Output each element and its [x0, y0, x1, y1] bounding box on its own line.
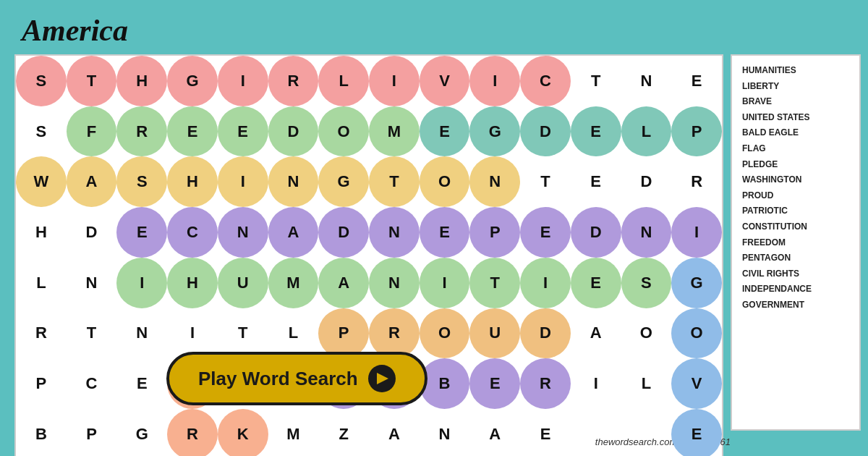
cell-2-8: O	[420, 156, 470, 207]
cell-3-6: D	[318, 207, 369, 258]
cell-6-1: C	[67, 358, 117, 409]
cell-7-11	[571, 409, 621, 456]
cell-1-4: E	[218, 106, 268, 157]
cell-0-8: V	[420, 56, 470, 106]
cell-3-7: N	[369, 207, 420, 258]
cell-5-1: T	[67, 308, 117, 359]
cell-4-9: T	[469, 258, 520, 308]
cell-0-3: G	[167, 56, 218, 106]
cell-6-11: I	[571, 358, 621, 409]
cell-0-6: L	[318, 56, 369, 106]
cell-5-3: I	[167, 308, 218, 359]
cell-1-12: L	[621, 106, 672, 157]
cell-7-2: G	[116, 409, 167, 456]
cell-5-10: D	[520, 308, 571, 359]
cell-4-13: G	[671, 258, 722, 308]
cell-0-5: R	[268, 56, 319, 106]
cell-7-4: K	[218, 409, 268, 456]
word-freedom: FREEDOM	[742, 235, 849, 251]
cell-1-8: E	[420, 106, 470, 157]
cell-6-2: E	[116, 358, 167, 409]
word-liberty: LIBERTY	[742, 79, 849, 95]
cell-4-10: I	[520, 258, 571, 308]
cell-5-5: L	[268, 308, 319, 359]
cell-3-11: D	[571, 207, 621, 258]
cell-2-9: N	[469, 156, 520, 207]
cell-5-0: R	[16, 308, 67, 359]
cell-3-12: N	[621, 207, 672, 258]
cell-4-3: H	[167, 258, 218, 308]
cell-2-3: H	[167, 156, 218, 207]
cell-0-0: S	[16, 56, 67, 106]
cell-3-3: C	[167, 207, 218, 258]
cell-3-9: P	[469, 207, 520, 258]
cell-6-13: V	[671, 358, 722, 409]
cell-5-6: P	[318, 308, 369, 359]
cell-6-9: E	[469, 358, 520, 409]
cell-5-9: U	[469, 308, 520, 359]
cell-1-5: D	[268, 106, 319, 157]
cell-0-12: N	[621, 56, 672, 106]
cell-7-6: Z	[318, 409, 369, 456]
cell-0-9: I	[469, 56, 520, 106]
cell-7-10: E	[520, 409, 571, 456]
cell-7-3: R	[167, 409, 218, 456]
cell-1-7: M	[369, 106, 420, 157]
word-washington: WASHINGTON	[742, 172, 849, 188]
cell-7-7: A	[369, 409, 420, 456]
word-patriotic: PATRIOTIC	[742, 203, 849, 219]
cell-3-4: N	[218, 207, 268, 258]
cell-5-4: T	[218, 308, 268, 359]
cell-5-12: O	[621, 308, 672, 359]
cell-4-11: E	[571, 258, 621, 308]
cell-1-1: F	[67, 106, 117, 157]
cell-1-9: G	[469, 106, 520, 157]
cell-6-12: L	[621, 358, 672, 409]
play-button-label: Play Word Search	[198, 368, 358, 390]
cell-3-0: H	[16, 207, 67, 258]
cell-7-13: E	[671, 409, 722, 456]
cell-2-4: I	[218, 156, 268, 207]
play-word-search-button[interactable]: Play Word Search	[166, 352, 427, 405]
cell-0-10: C	[520, 56, 571, 106]
cell-0-4: I	[218, 56, 268, 106]
cell-7-0: B	[16, 409, 67, 456]
cell-5-7: R	[369, 308, 420, 359]
cell-6-0: P	[16, 358, 67, 409]
word-civil-rights: CIVIL RIGHTS	[742, 266, 849, 282]
cell-7-5: M	[268, 409, 319, 456]
word-brave: BRAVE	[742, 94, 849, 110]
cell-7-8: N	[420, 409, 470, 456]
word-flag: FLAG	[742, 141, 849, 157]
word-united-states: UNITED STATES	[742, 110, 849, 126]
cell-7-12	[621, 409, 672, 456]
cell-4-2: I	[116, 258, 167, 308]
cell-3-8: E	[420, 207, 470, 258]
cell-1-11: E	[571, 106, 621, 157]
cell-2-1: A	[67, 156, 117, 207]
cell-1-2: R	[116, 106, 167, 157]
cell-2-7: T	[369, 156, 420, 207]
cell-1-10: D	[520, 106, 571, 157]
cell-6-10: R	[520, 358, 571, 409]
cell-1-0: S	[16, 106, 67, 157]
cell-1-6: O	[318, 106, 369, 157]
cell-4-1: N	[67, 258, 117, 308]
cell-2-10: T	[520, 156, 571, 207]
word-humanities: HUMANITIES	[742, 63, 849, 79]
cell-0-11: T	[571, 56, 621, 106]
word-independance: INDEPENDANCE	[742, 282, 849, 297]
cell-4-8: I	[420, 258, 470, 308]
cell-7-1: P	[67, 409, 117, 456]
cell-2-5: N	[268, 156, 319, 207]
cell-2-6: G	[318, 156, 369, 207]
cell-3-5: A	[268, 207, 319, 258]
word-pentagon: PENTAGON	[742, 250, 849, 266]
cell-7-9: A	[469, 409, 520, 456]
cell-2-0: W	[16, 156, 67, 207]
word-bald-eagle: BALD EAGLE	[742, 125, 849, 141]
cell-2-11: E	[571, 156, 621, 207]
play-icon	[368, 365, 396, 392]
cell-5-2: N	[116, 308, 167, 359]
cell-0-2: H	[116, 56, 167, 106]
